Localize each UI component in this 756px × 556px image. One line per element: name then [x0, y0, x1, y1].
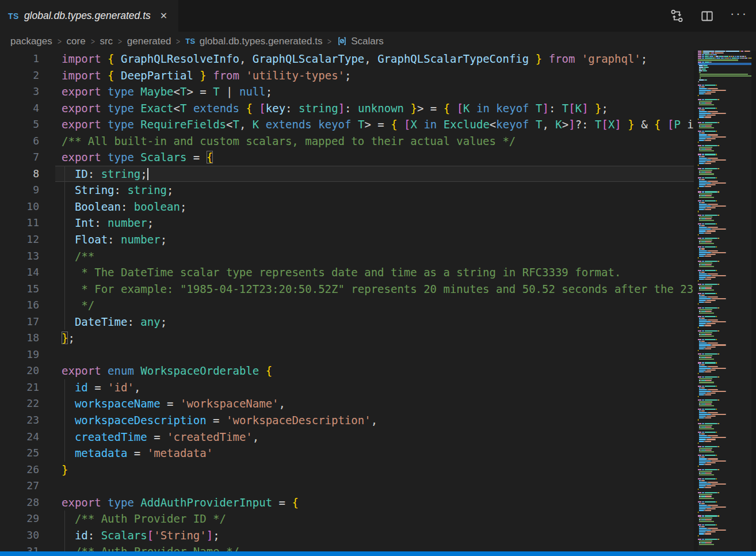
split-editor-icon[interactable] — [700, 9, 714, 23]
line-number: 29 — [0, 511, 39, 527]
code-line-23[interactable]: 23 workspaceDescription = 'workspaceDesc… — [0, 412, 694, 429]
line-number: 22 — [0, 395, 39, 412]
code-line-6[interactable]: 6/** All built-in and custom scalars, ma… — [0, 133, 694, 150]
code-line-16[interactable]: 16 */ — [0, 297, 694, 314]
status-bar — [0, 551, 756, 556]
editor-tab-bar: TS global.db.types.generated.ts ✕ ··· — [0, 0, 756, 32]
line-number: 3 — [0, 83, 39, 100]
code-line-28[interactable]: 28export type AddAuthProviderInput = { — [0, 494, 694, 511]
code-line-1[interactable]: 1import { GraphQLResolveInfo, GraphQLSca… — [0, 51, 694, 67]
code-line-7[interactable]: 7export type Scalars = { — [0, 149, 694, 166]
line-number: 6 — [0, 133, 39, 150]
line-number: 30 — [0, 527, 39, 544]
more-actions-icon[interactable]: ··· — [730, 7, 748, 20]
line-number: 4 — [0, 100, 39, 117]
minimap-content — [698, 51, 751, 546]
minimap-line — [698, 544, 751, 546]
line-number: 14 — [0, 264, 39, 281]
code-line-11[interactable]: 11 Int: number; — [0, 215, 694, 231]
code-line-17[interactable]: 17 DateTime: any; — [0, 314, 694, 330]
breadcrumb-item-packages[interactable]: packages — [10, 36, 52, 47]
line-number: 10 — [0, 199, 39, 215]
line-number: 26 — [0, 462, 39, 478]
code-line-25[interactable]: 25 metadata = 'metadata' — [0, 445, 694, 462]
code-line-9[interactable]: 9 String: string; — [0, 182, 694, 199]
code-line-21[interactable]: 21 id = 'id', — [0, 379, 694, 396]
code-line-22[interactable]: 22 workspaceName = 'workspaceName', — [0, 395, 694, 412]
tab-label: global.db.types.generated.ts — [24, 10, 151, 22]
code-line-4[interactable]: 4export type Exact<T extends { [key: str… — [0, 100, 694, 117]
code-line-13[interactable]: 13 /** — [0, 248, 694, 265]
compare-changes-icon[interactable] — [670, 9, 684, 23]
line-number: 12 — [0, 231, 39, 248]
text-cursor — [147, 168, 148, 180]
code-line-19[interactable]: 19 — [0, 346, 694, 363]
breadcrumb-item-global-db-types-generated-ts[interactable]: TSglobal.db.types.generated.ts — [185, 36, 322, 47]
line-number: 20 — [0, 363, 39, 379]
breadcrumb-item-src[interactable]: src — [100, 36, 113, 47]
breadcrumb-label: Scalars — [351, 36, 384, 47]
line-number: 28 — [0, 494, 39, 511]
editor-minimap-gap — [694, 51, 698, 551]
code-line-14[interactable]: 14 * The DateTime scalar type represents… — [0, 264, 694, 281]
line-number: 16 — [0, 297, 39, 314]
line-number: 18 — [0, 330, 39, 346]
breadcrumb: packages>core>src>generated>TSglobal.db.… — [0, 32, 756, 51]
minimap-current-line — [698, 63, 751, 66]
code-line-8[interactable]: 8 ID: string; — [0, 166, 694, 182]
typescript-file-icon: TS — [185, 37, 196, 45]
code-line-26[interactable]: 26} — [0, 462, 694, 478]
breadcrumb-label: generated — [127, 36, 171, 47]
code-line-30[interactable]: 30 id: Scalars['String']; — [0, 527, 694, 544]
code-line-3[interactable]: 3export type Maybe<T> = T | null; — [0, 83, 694, 100]
line-number: 25 — [0, 445, 39, 462]
breadcrumb-label: core — [67, 36, 86, 47]
minimap-right-margin — [751, 51, 756, 551]
code-line-20[interactable]: 20export enum WorkspaceOrderable { — [0, 363, 694, 379]
code-line-5[interactable]: 5export type RequireFields<T, K extends … — [0, 116, 694, 133]
breadcrumb-item-generated[interactable]: generated — [127, 36, 171, 47]
code-line-31[interactable]: 31 /** Auth Provider Name */ — [0, 543, 694, 551]
breadcrumb-separator-icon: > — [58, 36, 62, 46]
line-number: 19 — [0, 346, 39, 363]
line-number: 17 — [0, 314, 39, 330]
line-number: 2 — [0, 67, 39, 84]
line-number: 23 — [0, 412, 39, 429]
breadcrumb-separator-icon: > — [327, 36, 331, 46]
line-number: 5 — [0, 116, 39, 133]
line-number: 24 — [0, 429, 39, 445]
typescript-file-icon: TS — [8, 12, 19, 21]
code-line-2[interactable]: 2import { DeepPartial } from 'utility-ty… — [0, 67, 694, 84]
line-number: 15 — [0, 281, 39, 298]
line-number: 1 — [0, 51, 39, 67]
line-number: 11 — [0, 215, 39, 231]
code-editor[interactable]: 1import { GraphQLResolveInfo, GraphQLSca… — [0, 51, 694, 551]
breadcrumb-separator-icon: > — [118, 36, 122, 46]
breadcrumb-label: src — [100, 36, 113, 47]
line-number: 21 — [0, 379, 39, 396]
line-number: 8 — [0, 166, 39, 182]
code-lines: 1import { GraphQLResolveInfo, GraphQLSca… — [0, 51, 694, 551]
code-line-12[interactable]: 12 Float: number; — [0, 231, 694, 248]
close-icon[interactable]: ✕ — [158, 9, 170, 22]
breadcrumb-label: packages — [10, 36, 52, 47]
line-number: 7 — [0, 149, 39, 166]
symbol-type-icon — [337, 36, 348, 47]
code-line-29[interactable]: 29 /** Auth Provider ID */ — [0, 511, 694, 527]
minimap[interactable] — [698, 51, 751, 548]
line-number: 31 — [0, 543, 39, 551]
line-number: 27 — [0, 478, 39, 494]
code-line-24[interactable]: 24 createdTime = 'createdTime', — [0, 429, 694, 445]
code-line-15[interactable]: 15 * For example: "1985-04-12T23:20:50.5… — [0, 281, 694, 298]
tab-global-db-types-generated-ts[interactable]: TS global.db.types.generated.ts ✕ — [0, 0, 178, 32]
code-line-18[interactable]: 18}; — [0, 330, 694, 346]
breadcrumb-item-scalars[interactable]: Scalars — [337, 36, 384, 47]
vscode-window: TS global.db.types.generated.ts ✕ ··· — [0, 0, 756, 556]
breadcrumb-separator-icon: > — [176, 36, 180, 46]
breadcrumb-separator-icon: > — [91, 36, 95, 46]
code-line-10[interactable]: 10 Boolean: boolean; — [0, 199, 694, 215]
breadcrumb-item-core[interactable]: core — [67, 36, 86, 47]
line-number: 9 — [0, 182, 39, 199]
code-line-27[interactable]: 27 — [0, 478, 694, 494]
breadcrumb-label: global.db.types.generated.ts — [200, 36, 323, 47]
